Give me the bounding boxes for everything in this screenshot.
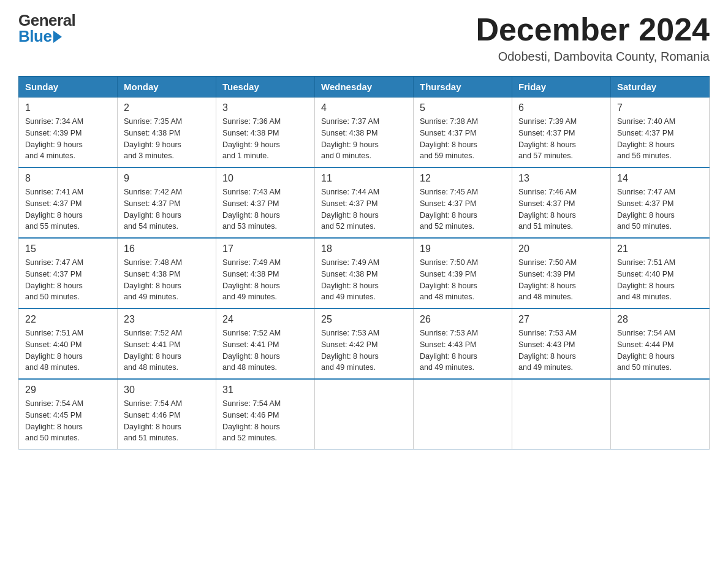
daylight-minutes-text: and 48 minutes. — [222, 362, 308, 373]
sunrise-text: Sunrise: 7:35 AM — [124, 116, 210, 128]
sunset-text: Sunset: 4:40 PM — [25, 339, 111, 351]
calendar-cell: 17Sunrise: 7:49 AMSunset: 4:38 PMDayligh… — [216, 238, 315, 308]
title-area: December 2024 Odobesti, Dambovita County… — [476, 12, 710, 64]
daylight-minutes-text: and 55 minutes. — [25, 221, 111, 232]
day-info: Sunrise: 7:51 AMSunset: 4:40 PMDaylight:… — [25, 327, 111, 373]
sunset-text: Sunset: 4:37 PM — [222, 198, 308, 210]
sunset-text: Sunset: 4:43 PM — [420, 339, 506, 351]
header-saturday: Saturday — [611, 77, 710, 98]
daylight-text: Daylight: 9 hours — [222, 139, 308, 151]
calendar-cell: 10Sunrise: 7:43 AMSunset: 4:37 PMDayligh… — [216, 167, 315, 238]
location-title: Odobesti, Dambovita County, Romania — [476, 50, 710, 64]
day-info: Sunrise: 7:41 AMSunset: 4:37 PMDaylight:… — [25, 186, 111, 232]
daylight-minutes-text: and 1 minute. — [222, 150, 308, 162]
logo-triangle-icon — [53, 31, 62, 43]
daylight-text: Daylight: 8 hours — [617, 351, 703, 362]
daylight-minutes-text: and 53 minutes. — [222, 221, 308, 232]
month-title: December 2024 — [476, 12, 710, 47]
daylight-text: Daylight: 8 hours — [25, 351, 111, 362]
day-number: 3 — [222, 102, 308, 113]
daylight-text: Daylight: 8 hours — [420, 280, 506, 292]
calendar-cell — [315, 379, 414, 450]
day-number: 29 — [25, 385, 111, 396]
calendar-cell: 16Sunrise: 7:48 AMSunset: 4:38 PMDayligh… — [118, 238, 216, 308]
sunset-text: Sunset: 4:45 PM — [25, 410, 111, 421]
calendar-cell: 19Sunrise: 7:50 AMSunset: 4:39 PMDayligh… — [414, 238, 512, 308]
calendar-cell: 2Sunrise: 7:35 AMSunset: 4:38 PMDaylight… — [118, 98, 216, 168]
sunrise-text: Sunrise: 7:51 AM — [617, 257, 703, 269]
daylight-text: Daylight: 8 hours — [617, 280, 703, 292]
daylight-minutes-text: and 51 minutes. — [518, 221, 604, 232]
calendar-cell: 27Sunrise: 7:53 AMSunset: 4:43 PMDayligh… — [512, 308, 611, 379]
day-info: Sunrise: 7:50 AMSunset: 4:39 PMDaylight:… — [420, 257, 506, 303]
sunset-text: Sunset: 4:37 PM — [124, 198, 210, 210]
daylight-text: Daylight: 8 hours — [617, 210, 703, 221]
calendar-cell: 21Sunrise: 7:51 AMSunset: 4:40 PMDayligh… — [611, 238, 710, 308]
day-info: Sunrise: 7:40 AMSunset: 4:37 PMDaylight:… — [617, 116, 703, 162]
day-number: 10 — [222, 173, 308, 184]
day-info: Sunrise: 7:48 AMSunset: 4:38 PMDaylight:… — [124, 257, 210, 303]
day-number: 11 — [321, 173, 407, 184]
day-number: 15 — [25, 243, 111, 255]
daylight-minutes-text: and 48 minutes. — [420, 291, 506, 303]
header-thursday: Thursday — [414, 77, 512, 98]
header-sunday: Sunday — [19, 77, 118, 98]
day-info: Sunrise: 7:36 AMSunset: 4:38 PMDaylight:… — [222, 116, 308, 162]
calendar-cell: 31Sunrise: 7:54 AMSunset: 4:46 PMDayligh… — [216, 379, 315, 450]
header-friday: Friday — [512, 77, 611, 98]
day-info: Sunrise: 7:42 AMSunset: 4:37 PMDaylight:… — [124, 186, 210, 232]
page-header: General Blue December 2024 Odobesti, Dam… — [18, 12, 710, 64]
day-info: Sunrise: 7:34 AMSunset: 4:39 PMDaylight:… — [25, 116, 111, 162]
day-number: 4 — [321, 102, 407, 113]
sunset-text: Sunset: 4:38 PM — [124, 128, 210, 139]
daylight-minutes-text: and 57 minutes. — [518, 150, 604, 162]
calendar-cell: 8Sunrise: 7:41 AMSunset: 4:37 PMDaylight… — [19, 167, 118, 238]
calendar-cell: 3Sunrise: 7:36 AMSunset: 4:38 PMDaylight… — [216, 98, 315, 168]
calendar-cell: 12Sunrise: 7:45 AMSunset: 4:37 PMDayligh… — [414, 167, 512, 238]
calendar-cell: 25Sunrise: 7:53 AMSunset: 4:42 PMDayligh… — [315, 308, 414, 379]
sunset-text: Sunset: 4:43 PM — [518, 339, 604, 351]
calendar-cell: 7Sunrise: 7:40 AMSunset: 4:37 PMDaylight… — [611, 98, 710, 168]
sunset-text: Sunset: 4:40 PM — [617, 269, 703, 280]
daylight-minutes-text: and 59 minutes. — [420, 150, 506, 162]
daylight-text: Daylight: 9 hours — [124, 139, 210, 151]
daylight-text: Daylight: 8 hours — [420, 139, 506, 151]
sunset-text: Sunset: 4:41 PM — [222, 339, 308, 351]
day-info: Sunrise: 7:45 AMSunset: 4:37 PMDaylight:… — [420, 186, 506, 232]
calendar-week-row: 1Sunrise: 7:34 AMSunset: 4:39 PMDaylight… — [19, 98, 710, 168]
calendar-cell: 13Sunrise: 7:46 AMSunset: 4:37 PMDayligh… — [512, 167, 611, 238]
day-info: Sunrise: 7:53 AMSunset: 4:43 PMDaylight:… — [518, 327, 604, 373]
calendar-cell: 11Sunrise: 7:44 AMSunset: 4:37 PMDayligh… — [315, 167, 414, 238]
day-info: Sunrise: 7:47 AMSunset: 4:37 PMDaylight:… — [617, 186, 703, 232]
daylight-minutes-text: and 49 minutes. — [222, 291, 308, 303]
daylight-minutes-text: and 48 minutes. — [25, 362, 111, 373]
sunset-text: Sunset: 4:37 PM — [321, 198, 407, 210]
sunset-text: Sunset: 4:37 PM — [25, 269, 111, 280]
sunset-text: Sunset: 4:38 PM — [124, 269, 210, 280]
day-number: 9 — [124, 173, 210, 184]
day-info: Sunrise: 7:44 AMSunset: 4:37 PMDaylight:… — [321, 186, 407, 232]
sunrise-text: Sunrise: 7:41 AM — [25, 186, 111, 198]
calendar-cell: 26Sunrise: 7:53 AMSunset: 4:43 PMDayligh… — [414, 308, 512, 379]
sunrise-text: Sunrise: 7:52 AM — [222, 327, 308, 339]
sunrise-text: Sunrise: 7:39 AM — [518, 116, 604, 128]
sunrise-text: Sunrise: 7:40 AM — [617, 116, 703, 128]
day-info: Sunrise: 7:43 AMSunset: 4:37 PMDaylight:… — [222, 186, 308, 232]
calendar-cell: 9Sunrise: 7:42 AMSunset: 4:37 PMDaylight… — [118, 167, 216, 238]
daylight-text: Daylight: 8 hours — [420, 351, 506, 362]
sunrise-text: Sunrise: 7:49 AM — [222, 257, 308, 269]
daylight-text: Daylight: 9 hours — [321, 139, 407, 151]
day-number: 14 — [617, 173, 703, 184]
day-number: 27 — [518, 314, 604, 325]
day-info: Sunrise: 7:52 AMSunset: 4:41 PMDaylight:… — [222, 327, 308, 373]
day-info: Sunrise: 7:53 AMSunset: 4:43 PMDaylight:… — [420, 327, 506, 373]
day-number: 18 — [321, 243, 407, 255]
calendar-week-row: 22Sunrise: 7:51 AMSunset: 4:40 PMDayligh… — [19, 308, 710, 379]
sunset-text: Sunset: 4:37 PM — [25, 198, 111, 210]
sunrise-text: Sunrise: 7:48 AM — [124, 257, 210, 269]
day-info: Sunrise: 7:49 AMSunset: 4:38 PMDaylight:… — [222, 257, 308, 303]
calendar-cell: 1Sunrise: 7:34 AMSunset: 4:39 PMDaylight… — [19, 98, 118, 168]
daylight-minutes-text: and 52 minutes. — [321, 221, 407, 232]
daylight-minutes-text: and 48 minutes. — [124, 362, 210, 373]
day-info: Sunrise: 7:38 AMSunset: 4:37 PMDaylight:… — [420, 116, 506, 162]
